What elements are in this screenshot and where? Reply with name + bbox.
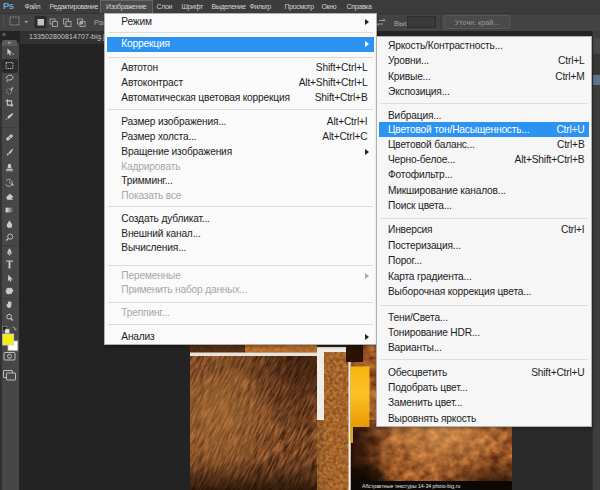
svg-text:Уточн. край...: Уточн. край... [455, 18, 499, 27]
svg-text:Абстрактные текстуры 14-34 pho: Абстрактные текстуры 14-34 photo-big.ru [362, 483, 460, 489]
